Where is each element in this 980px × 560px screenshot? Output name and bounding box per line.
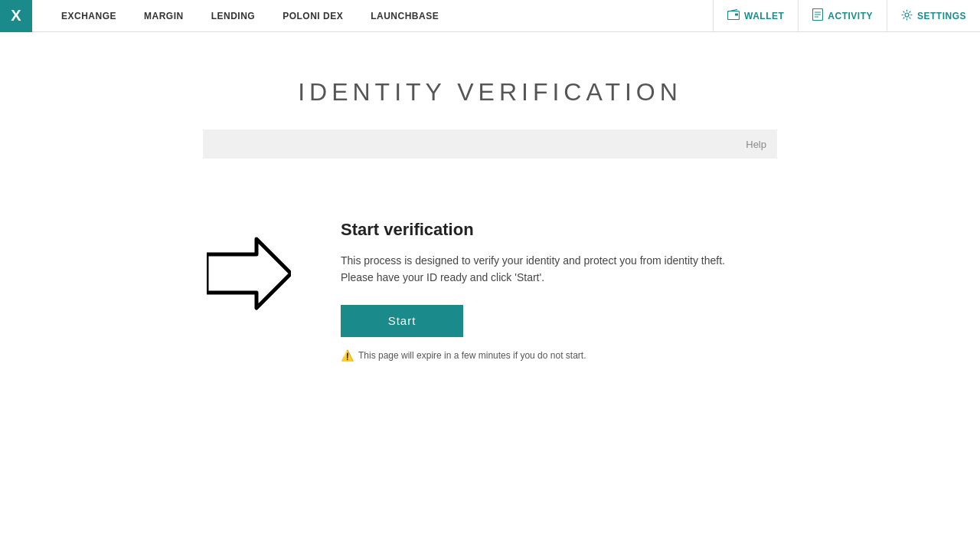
navbar: X EXCHANGE MARGIN LENDING POLONI DEX LAU… bbox=[0, 0, 980, 32]
nav-item-launchbase[interactable]: LAUNCHBASE bbox=[357, 0, 452, 32]
nav-item-lending[interactable]: LENDING bbox=[198, 0, 270, 32]
nav-item-margin[interactable]: MARGIN bbox=[130, 0, 198, 32]
help-bar: Help bbox=[203, 129, 777, 159]
nav-activity[interactable]: ACTIVITY bbox=[798, 0, 887, 32]
settings-icon bbox=[901, 9, 913, 23]
warning-message: ⚠️ This page will expire in a few minute… bbox=[341, 349, 777, 362]
logo[interactable]: X bbox=[0, 0, 32, 32]
verification-section: Start verification This process is desig… bbox=[203, 220, 777, 362]
activity-label: ACTIVITY bbox=[828, 11, 873, 21]
nav-left: EXCHANGE MARGIN LENDING POLONI DEX LAUNC… bbox=[47, 0, 452, 32]
arrow-decoration bbox=[203, 235, 295, 312]
nav-wallet[interactable]: WALLET bbox=[713, 0, 798, 32]
arrow-icon bbox=[207, 235, 291, 312]
logo-icon: X bbox=[11, 7, 21, 25]
nav-settings[interactable]: SETTINGS bbox=[887, 0, 980, 32]
start-button[interactable]: Start bbox=[341, 305, 463, 337]
warning-icon: ⚠️ bbox=[341, 349, 354, 362]
nav-item-poloni-dex[interactable]: POLONI DEX bbox=[269, 0, 357, 32]
activity-icon bbox=[812, 8, 823, 23]
verification-content: Start verification This process is desig… bbox=[341, 220, 777, 362]
nav-item-exchange[interactable]: EXCHANGE bbox=[47, 0, 130, 32]
wallet-icon bbox=[727, 9, 740, 22]
svg-marker-7 bbox=[207, 239, 291, 308]
main-content: IDENTITY VERIFICATION Help Start verific… bbox=[0, 32, 980, 362]
page-title: IDENTITY VERIFICATION bbox=[298, 78, 682, 106]
help-link[interactable]: Help bbox=[746, 139, 766, 150]
start-verification-title: Start verification bbox=[341, 220, 777, 240]
svg-point-6 bbox=[905, 13, 909, 17]
svg-rect-1 bbox=[735, 14, 738, 16]
settings-label: SETTINGS bbox=[917, 11, 966, 21]
verification-description: This process is designed to verify your … bbox=[341, 252, 777, 287]
wallet-label: WALLET bbox=[744, 11, 784, 21]
nav-right: WALLET ACTIVITY SETT bbox=[713, 0, 980, 32]
